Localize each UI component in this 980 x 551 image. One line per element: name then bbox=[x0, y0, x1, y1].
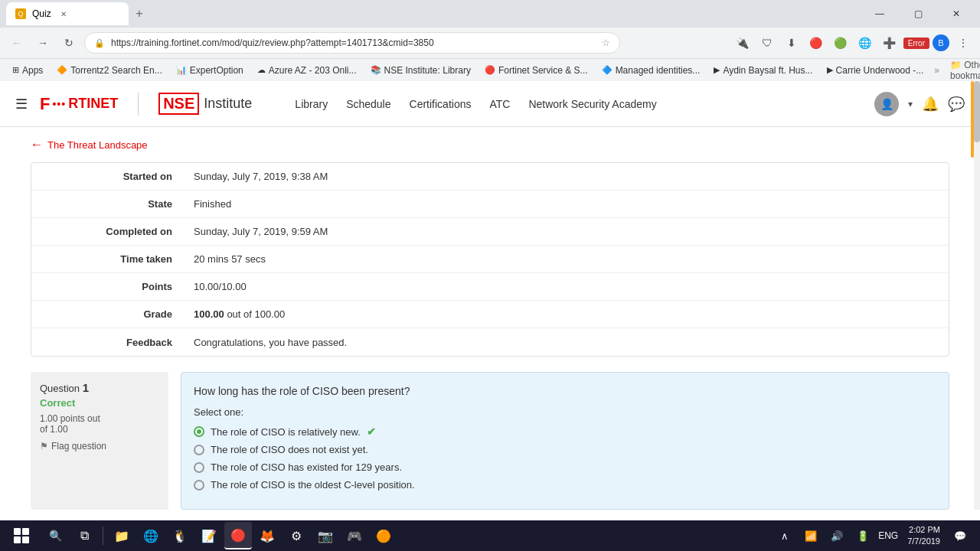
nav-library[interactable]: Library bbox=[295, 98, 328, 110]
nav-certifications[interactable]: Certifications bbox=[410, 98, 472, 110]
taskbar-search-icon[interactable]: 🔍 bbox=[41, 522, 69, 549]
address-bar[interactable]: 🔒 https://training.fortinet.com/mod/quiz… bbox=[84, 32, 620, 54]
scrollbar-thumb[interactable] bbox=[974, 81, 980, 142]
nav-network-security-academy[interactable]: Network Security Academy bbox=[528, 98, 656, 110]
toolbar-icons: 🔌 🛡 ⬇ 🔴 🟢 🌐 ➕ Error B ⋮ bbox=[732, 32, 974, 54]
taskbar-system-tray: ∧ 📶 🔊 🔋 ENG 2:02 PM 7/7/2019 💬 bbox=[774, 523, 977, 549]
taskbar-app2-icon[interactable]: 🟠 bbox=[370, 522, 397, 549]
bookmark-fortinet[interactable]: 🔴 Fortinet Service & S... bbox=[479, 64, 594, 77]
minimize-button[interactable]: — bbox=[862, 2, 897, 25]
taskbar-lang: ENG bbox=[878, 530, 898, 541]
points-label: Points bbox=[31, 275, 185, 298]
browser-addressbar: ← → ↻ 🔒 https://training.fortinet.com/mo… bbox=[0, 28, 980, 58]
bookmark-managed[interactable]: 🔷 Managed identities... bbox=[596, 64, 707, 77]
chrome-ext-icon[interactable]: 🟢 bbox=[830, 32, 851, 54]
tab-title: Quiz bbox=[32, 8, 51, 19]
taskbar-linux-icon[interactable]: 🐧 bbox=[166, 522, 194, 549]
notification-bell-icon[interactable]: 🔔 bbox=[922, 96, 939, 112]
taskbar-task-view-icon[interactable]: ⧉ bbox=[70, 522, 98, 549]
fortinet-bookmark-icon: 🔴 bbox=[485, 65, 495, 75]
bookmark-expertoption[interactable]: 📊 ExpertOption bbox=[170, 64, 250, 77]
question-1-select-label: Select one: bbox=[194, 406, 936, 418]
forward-button[interactable]: → bbox=[32, 32, 54, 54]
taskbar-camera-icon[interactable]: 📷 bbox=[312, 522, 339, 549]
taskbar-show-hidden-icon[interactable]: ∧ bbox=[774, 525, 795, 546]
taskbar-settings-icon[interactable]: ⚙ bbox=[283, 522, 310, 549]
hamburger-menu-button[interactable]: ☰ bbox=[15, 96, 28, 112]
taskbar-edge-icon[interactable]: 🌐 bbox=[137, 522, 165, 549]
scrollbar-track[interactable] bbox=[974, 81, 980, 510]
quiz-info-row-time: Time taken 20 mins 57 secs bbox=[31, 246, 949, 273]
taskbar-notes-icon[interactable]: 📝 bbox=[195, 522, 223, 549]
quiz-info-row-state: State Finished bbox=[31, 191, 949, 218]
question-1-option-1: The role of CISO is relatively new. ✔ bbox=[194, 425, 936, 438]
quiz-info-row-started: Started on Sunday, July 7, 2019, 9:38 AM bbox=[31, 163, 949, 191]
browser-tab[interactable]: Q Quiz ✕ bbox=[6, 2, 129, 25]
bookmark-star-icon[interactable]: ☆ bbox=[602, 37, 610, 48]
taskbar-firefox-icon[interactable]: 🦊 bbox=[253, 522, 281, 549]
radio-option-3 bbox=[194, 462, 204, 473]
new-tab-button[interactable]: + bbox=[129, 3, 150, 24]
taskbar-clock[interactable]: 2:02 PM 7/7/2019 bbox=[903, 523, 945, 549]
question-1-container: Question 1 Correct 1.00 points outof 1.0… bbox=[31, 372, 949, 510]
download-icon[interactable]: ⬇ bbox=[781, 32, 802, 54]
back-button[interactable]: ← bbox=[6, 32, 28, 54]
taskbar-fortinet-icon[interactable]: 🔴 bbox=[224, 522, 252, 549]
fortinet-ext-icon[interactable]: 🔴 bbox=[805, 32, 827, 54]
start-button[interactable] bbox=[3, 522, 40, 549]
breadcrumb-link[interactable]: The Threat Landscape bbox=[47, 139, 148, 151]
lock-icon: 🔒 bbox=[94, 38, 105, 48]
taskbar-file-explorer-icon[interactable]: 📁 bbox=[108, 522, 136, 549]
profile-badge[interactable]: B bbox=[933, 34, 949, 51]
option-2-text: The role of CISO does not exist yet. bbox=[211, 444, 368, 455]
refresh-button[interactable]: ↻ bbox=[58, 32, 80, 54]
user-dropdown-arrow[interactable]: ▾ bbox=[908, 99, 913, 109]
radio-option-2 bbox=[194, 445, 204, 455]
browser-chrome: Q Quiz ✕ + — ▢ ✕ ← → ↻ 🔒 https://trainin… bbox=[0, 0, 980, 81]
bookmark-apps[interactable]: ⊞ Apps bbox=[6, 64, 49, 77]
menu-button[interactable]: ⋮ bbox=[952, 32, 974, 54]
question-1-option-3: The role of CISO has existed for 129 yea… bbox=[194, 461, 936, 473]
maximize-button[interactable]: ▢ bbox=[900, 2, 936, 25]
nav-atc[interactable]: ATC bbox=[489, 98, 510, 110]
breadcrumb[interactable]: ← The Threat Landscape bbox=[0, 127, 980, 162]
quiz-info-table: Started on Sunday, July 7, 2019, 9:38 AM… bbox=[31, 162, 949, 357]
browser-titlebar: Q Quiz ✕ + — ▢ ✕ bbox=[0, 0, 980, 28]
other-bookmarks[interactable]: 📁 Other bookmarks bbox=[944, 58, 980, 81]
flag-icon: ⚑ bbox=[40, 441, 48, 452]
logo-f-icon: F bbox=[40, 94, 50, 114]
institute-text: Institute bbox=[204, 96, 252, 112]
extensions-icon[interactable]: 🔌 bbox=[732, 32, 753, 54]
bookmark-azure[interactable]: ☁ Azure AZ - 203 Onli... bbox=[251, 64, 363, 77]
quiz-info-row-completed: Completed on Sunday, July 7, 2019, 9:59 … bbox=[31, 218, 949, 246]
youtube-icon-2: ▶ bbox=[827, 65, 833, 75]
taskbar-app1-icon[interactable]: 🎮 bbox=[341, 522, 368, 549]
quiz-info-row-grade: Grade 100.00 out of 100.00 bbox=[31, 301, 949, 328]
bookmark-nse[interactable]: 📚 NSE Institute: Library bbox=[364, 64, 477, 77]
youtube-icon-1: ▶ bbox=[714, 65, 720, 75]
bookmark-torrentz[interactable]: 🔶 Torrentz2 Search En... bbox=[51, 64, 168, 77]
message-icon[interactable]: 💬 bbox=[948, 96, 965, 112]
titlebar-controls: — ▢ ✕ bbox=[862, 2, 974, 25]
back-arrow-icon: ← bbox=[31, 138, 43, 152]
bookmark-carrie[interactable]: ▶ Carrie Underwood -... bbox=[821, 64, 930, 77]
taskbar-date: 7/7/2019 bbox=[907, 536, 940, 547]
tab-close-button[interactable]: ✕ bbox=[57, 8, 70, 20]
taskbar: 🔍 ⧉ 📁 🌐 🐧 📝 🔴 🦊 ⚙ 📷 🎮 🟠 ∧ 📶 🔊 🔋 ENG 2:02… bbox=[0, 520, 980, 551]
close-button[interactable]: ✕ bbox=[939, 2, 974, 25]
quiz-info-row-points: Points 10.00/10.00 bbox=[31, 273, 949, 301]
question-1-status: Correct bbox=[40, 397, 159, 409]
bookmark-aydin[interactable]: ▶ Aydin Baysal ft. Hus... bbox=[707, 64, 818, 77]
question-1-flag-button[interactable]: ⚑ Flag question bbox=[40, 441, 159, 452]
taskbar-battery-icon[interactable]: 🔋 bbox=[852, 525, 874, 546]
user-avatar[interactable]: 👤 bbox=[874, 92, 899, 116]
shield-icon[interactable]: 🛡 bbox=[756, 32, 778, 54]
taskbar-notifications-button[interactable]: 💬 bbox=[949, 525, 971, 546]
add-icon[interactable]: ➕ bbox=[879, 32, 900, 54]
nav-schedule[interactable]: Schedule bbox=[346, 98, 390, 110]
translate-icon[interactable]: 🌐 bbox=[854, 32, 876, 54]
taskbar-network-icon[interactable]: 📶 bbox=[800, 525, 822, 546]
folder-icon: 📁 bbox=[950, 60, 962, 70]
radio-option-1 bbox=[194, 426, 204, 437]
taskbar-volume-icon[interactable]: 🔊 bbox=[826, 525, 848, 546]
